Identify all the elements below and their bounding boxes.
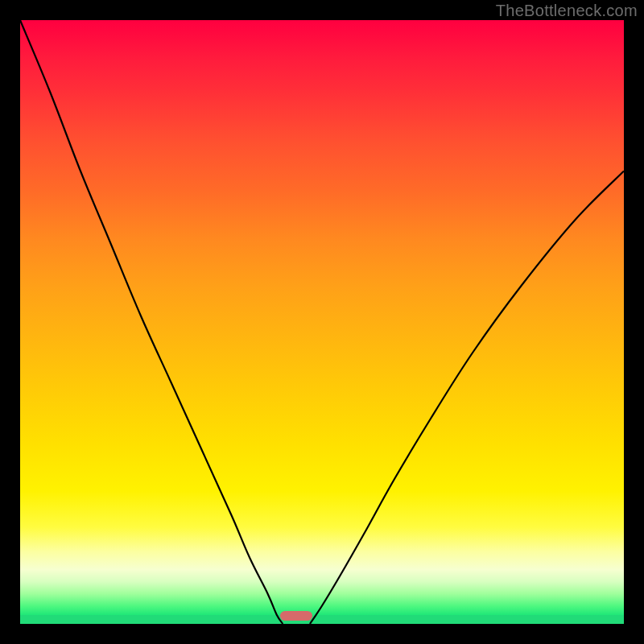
baseline-band [20, 615, 624, 624]
watermark-text: TheBottleneck.com [496, 2, 638, 20]
plot-area [20, 20, 624, 624]
sweet-spot-marker [280, 611, 312, 621]
